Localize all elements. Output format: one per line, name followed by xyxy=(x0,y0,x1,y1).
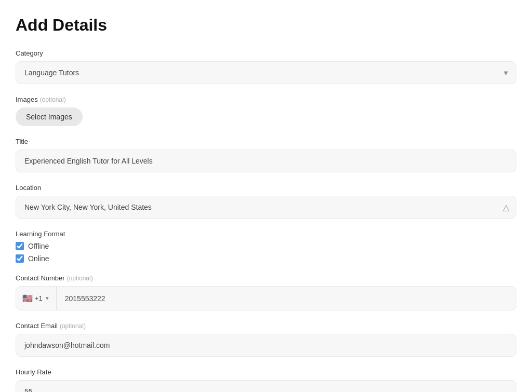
page-title: Add Details xyxy=(16,16,516,35)
dropdown-arrow-icon: ▼ xyxy=(45,295,50,301)
hourly-rate-label: Hourly Rate xyxy=(16,368,516,376)
category-select[interactable]: Language TutorsMath TutorsScience Tutors… xyxy=(16,61,516,84)
offline-label: Offline xyxy=(28,242,49,250)
learning-format-checkboxes: Offline Online xyxy=(16,242,516,263)
contact-email-label: Contact Email(optional) xyxy=(16,322,516,330)
location-input[interactable] xyxy=(16,196,516,219)
learning-format-label: Learning Format xyxy=(16,230,516,238)
category-group: Category Language TutorsMath TutorsScien… xyxy=(16,49,516,84)
category-select-wrapper: Language TutorsMath TutorsScience Tutors… xyxy=(16,61,516,84)
title-group: Title xyxy=(16,138,516,172)
phone-number-input[interactable] xyxy=(57,287,516,310)
online-checkbox-item[interactable]: Online xyxy=(16,254,516,263)
title-label: Title xyxy=(16,138,516,145)
location-group: Location △ xyxy=(16,184,516,219)
location-label: Location xyxy=(16,184,516,192)
title-input[interactable] xyxy=(16,150,516,172)
country-code-value: +1 xyxy=(35,294,43,302)
contact-email-input[interactable] xyxy=(16,334,516,357)
country-code-selector[interactable]: 🇺🇸 +1 ▼ xyxy=(16,287,57,310)
flag-icon: 🇺🇸 xyxy=(22,293,33,303)
online-checkbox[interactable] xyxy=(16,254,24,263)
online-label: Online xyxy=(28,254,49,263)
location-input-wrapper: △ xyxy=(16,196,516,219)
images-label: Images(optional) xyxy=(16,96,516,103)
offline-checkbox-item[interactable]: Offline xyxy=(16,242,516,250)
select-images-button[interactable]: Select Images xyxy=(16,107,83,126)
offline-checkbox[interactable] xyxy=(16,242,24,250)
images-group: Images(optional) Select Images xyxy=(16,96,516,126)
phone-input-wrapper: 🇺🇸 +1 ▼ xyxy=(16,286,516,310)
hourly-rate-group: Hourly Rate xyxy=(16,368,516,392)
contact-number-label: Contact Number(optional) xyxy=(16,274,516,282)
category-label: Category xyxy=(16,49,516,57)
hourly-rate-input[interactable] xyxy=(16,380,516,392)
contact-number-group: Contact Number(optional) 🇺🇸 +1 ▼ xyxy=(16,274,516,310)
contact-email-group: Contact Email(optional) xyxy=(16,322,516,357)
learning-format-group: Learning Format Offline Online xyxy=(16,230,516,263)
